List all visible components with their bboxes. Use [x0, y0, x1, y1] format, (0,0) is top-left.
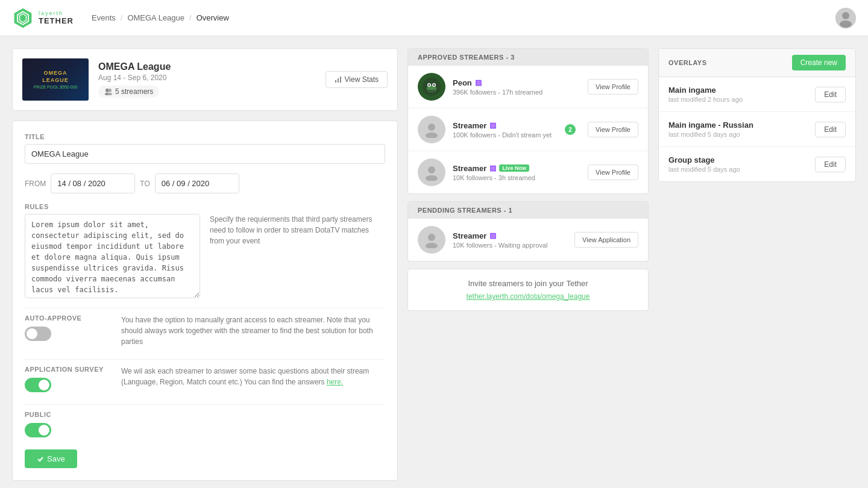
rules-label: RULES	[25, 203, 385, 210]
stats-icon	[335, 76, 342, 83]
event-dates: Aug 14 - Sep 6, 2020	[98, 74, 316, 82]
avatar-placeholder	[418, 226, 445, 254]
approved-streamers-header: APPROVED STREAMERS - 3	[408, 49, 648, 66]
svg-rect-12	[340, 77, 341, 83]
overlay-info: Main ingame - Russian last modified 5 da…	[668, 120, 815, 138]
streamer-info: Streamer ▨ Live Now 10K followers - 3h s…	[453, 164, 580, 181]
twitch-icon: ▨	[475, 78, 482, 87]
twitch-icon: ▨	[489, 231, 496, 240]
streamer-name: Streamer	[453, 231, 486, 240]
streamer-name: Streamer	[453, 164, 486, 173]
app-survey-toggle[interactable]	[25, 378, 51, 392]
auto-approve-toggle[interactable]	[25, 327, 51, 341]
to-date-input[interactable]	[155, 174, 239, 193]
event-image-inner: OMEGALEAGUE PRIZE POOL $550 000	[22, 58, 89, 101]
title-field-row: TITLE	[25, 133, 385, 164]
streamer-name-row: Peon ▨	[453, 78, 580, 87]
streamer-name-row: Streamer ▨ Live Now	[453, 164, 580, 173]
public-row: PUBLIC	[25, 404, 385, 437]
view-stats-button[interactable]: View Stats	[326, 71, 388, 88]
notification-badge: 2	[565, 124, 576, 135]
streamer-name-row: Streamer ▨	[453, 231, 567, 240]
from-label: FROM	[25, 180, 46, 188]
invite-link[interactable]: tether.layerth.com/dota/omega_league	[467, 292, 590, 301]
overlay-edit-button-2[interactable]: Edit	[815, 122, 846, 137]
invite-text: Invite streamers to join your Tether	[418, 279, 638, 288]
nav-overview[interactable]: Overview	[197, 13, 229, 22]
overlay-edit-button-3[interactable]: Edit	[815, 157, 846, 172]
overlay-edit-button-1[interactable]: Edit	[815, 87, 846, 102]
invite-section: Invite streamers to join your Tether tet…	[407, 269, 649, 311]
save-button[interactable]: Save	[25, 449, 77, 468]
streamer-name: Peon	[453, 78, 472, 87]
svg-point-17	[429, 84, 430, 86]
overlay-name: Group stage	[668, 155, 815, 164]
svg-point-19	[428, 124, 435, 131]
public-label-group: PUBLIC	[25, 411, 109, 437]
table-row: Streamer ▨ Live Now 10K followers - 3h s…	[408, 151, 648, 193]
view-profile-button[interactable]: View Profile	[588, 164, 638, 180]
from-date-input[interactable]	[51, 174, 135, 193]
table-row: Streamer ▨ 10K followers - Waiting appro…	[408, 219, 648, 261]
app-survey-link[interactable]: here.	[327, 378, 343, 386]
view-stats-label: View Stats	[345, 75, 379, 84]
svg-point-4	[842, 12, 849, 19]
right-panel: OVERLAYS Create new Main ingame last mod…	[658, 48, 856, 481]
svg-point-23	[428, 234, 435, 241]
auto-approve-row: AUTO-APPROVE You have the option to manu…	[25, 308, 385, 347]
main-content: OMEGALEAGUE PRIZE POOL $550 000 OMEGA Le…	[0, 36, 868, 488]
create-new-button[interactable]: Create new	[792, 55, 846, 70]
event-card: OMEGALEAGUE PRIZE POOL $550 000 OMEGA Le…	[12, 48, 398, 111]
overlay-info: Main ingame last modified 2 hours ago	[668, 86, 815, 103]
view-profile-button[interactable]: View Profile	[588, 122, 638, 137]
nav-sep-2: /	[189, 13, 192, 22]
logo-icon	[12, 7, 34, 29]
svg-point-18	[433, 84, 435, 86]
event-info: OMEGA League Aug 14 - Sep 6, 2020 5 stre…	[98, 61, 316, 98]
public-toggle[interactable]	[25, 423, 51, 437]
app-survey-row: APPLICATION SURVEY We wil ask each strea…	[25, 359, 385, 392]
twitch-icon: ▨	[489, 121, 496, 130]
auto-approve-label-group: AUTO-APPROVE	[25, 314, 109, 341]
avatar	[418, 226, 445, 254]
overlays-header: OVERLAYS Create new	[659, 49, 855, 77]
nav-events[interactable]: Events	[92, 13, 116, 22]
rules-field-row: RULES Lorem ipsum dolor sit amet, consec…	[25, 203, 385, 298]
rules-textarea[interactable]: Lorem ipsum dolor sit amet, consectetur …	[25, 214, 200, 298]
overlay-name: Main ingame	[668, 86, 815, 95]
logo-main: TETHER	[39, 16, 74, 25]
breadcrumb-nav: Events / OMEGA League / Overview	[92, 13, 835, 22]
user-avatar-button[interactable]	[835, 8, 856, 28]
auto-approve-hint: You have the option to manually grant ac…	[121, 314, 385, 347]
table-row: Streamer ▨ 100K followers - Didn't strea…	[408, 108, 648, 151]
event-name: OMEGA League	[98, 61, 316, 72]
save-checkmark-icon	[37, 455, 44, 463]
view-profile-button[interactable]: View Profile	[588, 79, 638, 95]
pending-streamers-section: PENDDING STREAMERS - 1 Streamer ▨ 10K fo…	[407, 201, 649, 261]
streamers-icon	[104, 88, 113, 95]
overlay-name: Main ingame - Russian	[668, 120, 815, 130]
nav-omega-league[interactable]: OMEGA League	[127, 13, 184, 22]
streamers-count: 5 streamers	[115, 87, 153, 96]
title-input[interactable]	[25, 144, 385, 164]
default-avatar-icon	[423, 164, 440, 181]
app-survey-slider	[25, 378, 51, 392]
avatar-placeholder	[418, 116, 445, 143]
overlays-title: OVERLAYS	[668, 59, 707, 66]
default-avatar-icon	[423, 121, 440, 138]
app-survey-label: APPLICATION SURVEY	[25, 366, 109, 373]
event-image: OMEGALEAGUE PRIZE POOL $550 000	[22, 58, 89, 101]
overlay-modified: last modified 5 days ago	[668, 131, 815, 138]
svg-rect-10	[335, 80, 336, 83]
title-label: TITLE	[25, 133, 385, 140]
svg-point-20	[426, 133, 438, 138]
svg-point-24	[426, 243, 438, 248]
svg-point-5	[840, 20, 852, 28]
streamer-name: Streamer	[453, 121, 486, 130]
app-survey-label-group: APPLICATION SURVEY	[25, 366, 109, 392]
to-label: TO	[140, 180, 149, 188]
rules-row: Lorem ipsum dolor sit amet, consectetur …	[25, 214, 385, 298]
overlay-modified: last modified 2 hours ago	[668, 96, 815, 103]
view-application-button[interactable]: View Application	[574, 232, 638, 248]
middle-panel: APPROVED STREAMERS - 3	[407, 48, 649, 481]
